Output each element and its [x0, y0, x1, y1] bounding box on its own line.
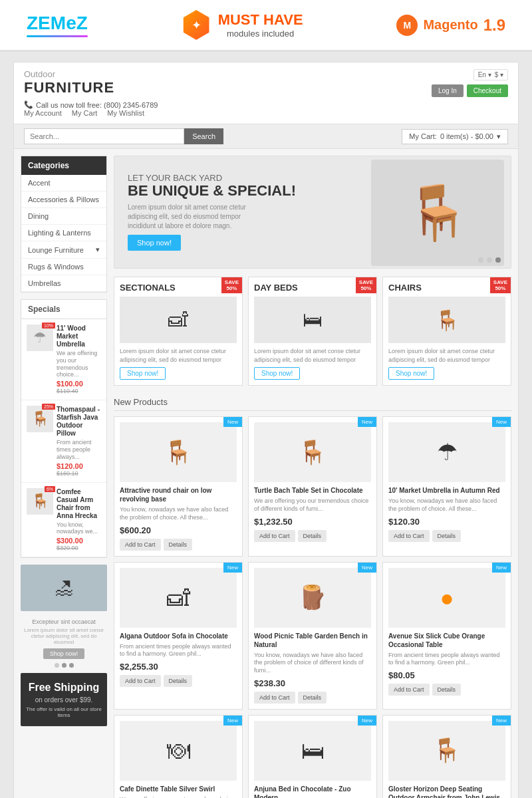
store-nav-links[interactable]: My Account My Cart My Wishlist: [24, 109, 158, 117]
special-desc-3: You know, nowadays we...: [57, 521, 101, 536]
add-cart-1[interactable]: Add to Cart: [120, 539, 161, 551]
add-cart-2[interactable]: Add to Cart: [254, 530, 295, 542]
details-5[interactable]: Details: [298, 692, 327, 704]
search-button[interactable]: Search: [184, 128, 223, 144]
add-cart-5[interactable]: Add to Cart: [254, 692, 295, 704]
sidebar-cat-item-lounge[interactable]: Lounge Furniture ▾: [21, 241, 106, 259]
hero-image: 🪑: [371, 160, 504, 266]
free-shipping-sub: on orders over $99.: [26, 696, 102, 704]
new-tag-7: New: [223, 716, 242, 726]
sidebar-cat-item-umbrellas[interactable]: Umbrellas: [21, 275, 106, 292]
nav-my-account[interactable]: My Account: [24, 109, 62, 117]
special-name-1: 11' Wood Market Umbrella: [57, 325, 101, 348]
sidebar-promo-caption: Excepteur sint occaecat: [32, 618, 96, 625]
product-img-8: 🛏: [254, 721, 371, 781]
add-cart-3[interactable]: Add to Cart: [388, 530, 430, 542]
product-card-9: New 🪑 Gloster Horizon Deep Seating Outdo…: [382, 715, 511, 798]
special-item-3: 🪑 6% Comfee Casual Arm Chair from Anna H…: [21, 483, 106, 558]
store-header-right: En ▾ $ ▾ Log In Checkout: [432, 69, 508, 97]
cat-desc-sectionals: Lorem ipsum dolor sit amet conse ctetur …: [120, 347, 237, 364]
special-name-3: Comfee Casual Arm Chair from Anna Hrecka: [57, 488, 101, 520]
cat-btn-sectionals[interactable]: Shop now!: [120, 367, 166, 380]
store-logo: Outdoor FURNITURE 📞 Call us now toll fre…: [24, 69, 158, 117]
product-card-7: New 🍽 Cafe Dinette Table Silver Swirl We…: [114, 715, 243, 798]
hero-chair-img: 🪑: [404, 182, 471, 244]
sidebar-promo-image: 🏖: [21, 565, 107, 611]
special-name-2: Thomaspaul - Starfish Java Outdoor Pillo…: [57, 406, 101, 438]
must-have-text: MUST HAVE modules included: [218, 11, 303, 39]
sidebar-categories-title: Categories: [21, 156, 106, 175]
sidebar-cat-item-accent[interactable]: Accent: [21, 175, 106, 192]
slide-dot-3[interactable]: [495, 257, 501, 263]
product-price-1: $600.20: [120, 525, 237, 535]
login-button[interactable]: Log In: [432, 84, 464, 97]
sidebar-dot-1: [55, 663, 59, 668]
sidebar-dots: [21, 663, 107, 668]
product-name-9: Gloster Horizon Deep Seating Outdoor Arm…: [388, 785, 505, 798]
product-desc-2: We are offering you our tremendous choic…: [254, 497, 371, 513]
checkout-button[interactable]: Checkout: [467, 84, 508, 97]
store-content: Categories Accent Accessories & Pillows …: [14, 149, 518, 798]
details-3[interactable]: Details: [432, 530, 462, 542]
products-grid: New 🪑 Attractive round chair on low revo…: [114, 416, 511, 798]
hero-shop-btn[interactable]: Shop now!: [128, 235, 181, 251]
zemes-logo: ZEMeZ: [27, 13, 88, 37]
store-logo-sub: Outdoor: [24, 69, 55, 79]
product-actions-1: Add to Cart Details: [120, 539, 237, 551]
product-img-6: ●: [388, 568, 505, 628]
add-cart-4[interactable]: Add to Cart: [120, 675, 161, 687]
slide-dot-1[interactable]: [478, 257, 483, 263]
lang-currency-selector[interactable]: En ▾ $ ▾: [473, 69, 508, 80]
special-desc-1: We are offering you our tremendous choic…: [57, 350, 101, 378]
store-header: Outdoor FURNITURE 📞 Call us now toll fre…: [14, 63, 518, 124]
sidebar-cat-item-dining[interactable]: Dining: [21, 208, 106, 225]
product-price-3: $120.30: [388, 517, 505, 527]
nav-my-wishlist[interactable]: My Wishlist: [107, 109, 144, 117]
sidebar-specials: Specials ☂ 10% 11' Wood Market Umbrella …: [21, 299, 107, 558]
sale-badge-3: 6%: [45, 486, 55, 492]
cat-btn-chairs[interactable]: Shop now!: [388, 367, 434, 380]
details-1[interactable]: Details: [164, 539, 193, 551]
product-card-3: New ☂ 10' Market Umbrella in Autumn Red …: [382, 416, 511, 556]
product-img-9: 🪑: [388, 721, 505, 781]
free-shipping-text: Free Shipping: [26, 681, 102, 694]
cat-img-daybeds: 🛏: [254, 297, 371, 343]
save-badge-sectionals: SAVE50%: [221, 277, 242, 293]
magento-logo: M Magento 1.9: [396, 15, 505, 36]
sidebar-cat-item-rugs[interactable]: Rugs & Windows: [21, 259, 106, 275]
cat-img-sectionals: 🛋: [120, 297, 237, 343]
search-input-wrap: Search: [24, 128, 223, 144]
magento-version: 1.9: [483, 16, 505, 35]
sidebar-promo-btn[interactable]: Shop now!: [43, 648, 85, 659]
product-price-4: $2,255.30: [120, 662, 237, 672]
header-buttons: Log In Checkout: [432, 84, 508, 97]
hero-desc: Lorem ipsum dolor sit amet conse ctetur …: [128, 203, 261, 231]
store-contact: 📞 Call us now toll free: (800) 2345-6789: [24, 100, 158, 109]
special-img-3: 🪑 6%: [27, 488, 53, 515]
product-price-6: $80.05: [388, 670, 505, 680]
product-desc-7: We are offering you our tremendous choic…: [120, 796, 237, 798]
product-card-1: New 🪑 Attractive round chair on low revo…: [114, 416, 243, 556]
product-desc-4: From ancient times people always wanted …: [120, 643, 237, 658]
product-img-5: 🪵: [254, 568, 371, 628]
cart-dropdown-icon[interactable]: ▾: [497, 132, 501, 141]
store-phone: Call us now toll free: (800) 2345-6789: [36, 101, 158, 109]
new-tag-4: New: [223, 563, 242, 573]
sidebar-cat-item-accessories[interactable]: Accessories & Pillows: [21, 192, 106, 208]
details-2[interactable]: Details: [298, 530, 327, 542]
hero-title: BE UNIQUE & SPECIAL!: [128, 183, 296, 199]
add-cart-6[interactable]: Add to Cart: [388, 684, 430, 696]
details-4[interactable]: Details: [164, 675, 193, 687]
sidebar-cat-item-lighting[interactable]: Lighting & Lanterns: [21, 225, 106, 241]
nav-my-cart[interactable]: My Cart: [72, 109, 98, 117]
product-price-2: $1,232.50: [254, 517, 371, 527]
special-desc-2: From ancient times people always...: [57, 439, 101, 460]
search-input[interactable]: [24, 128, 184, 144]
details-6[interactable]: Details: [432, 684, 462, 696]
special-img-1: ☂ 10%: [27, 325, 53, 351]
cat-card-daybeds: SAVE50% DAY BEDS 🛏 Lorem ipsum dolor sit…: [248, 277, 377, 386]
cat-btn-daybeds[interactable]: Shop now!: [254, 367, 300, 380]
new-tag-8: New: [358, 716, 376, 726]
special-img-2: 🪑 25%: [27, 406, 53, 432]
slide-dot-2[interactable]: [487, 257, 492, 263]
